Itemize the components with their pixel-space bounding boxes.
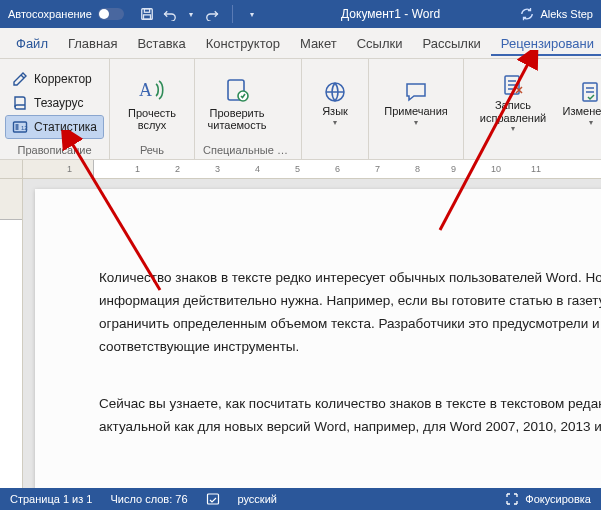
svg-text:123: 123 [21, 125, 28, 131]
group-accessibility: Проверить читаемость Специальные во… [195, 59, 302, 159]
changes-icon [578, 79, 601, 105]
language-button[interactable]: Язык ▾ [308, 79, 362, 126]
word-count-icon: 123 [12, 119, 28, 135]
language-icon [322, 79, 348, 105]
group-language: Язык ▾ [302, 59, 369, 159]
spellcheck-icon[interactable] [206, 492, 220, 506]
ribbon-tabs: Файл Главная Вставка Конструктор Макет С… [0, 28, 601, 59]
comments-label: Примечания [384, 105, 448, 117]
body-text: Количество знаков в тексте редко интерес… [99, 267, 601, 290]
toggle-off-icon [98, 8, 124, 20]
word-count-button[interactable]: 123 Статистика [6, 116, 103, 138]
chevron-down-icon: ▾ [414, 118, 418, 127]
group-tracking: Запись исправлений ▾ Изменения ▾ [464, 59, 601, 159]
undo-icon[interactable] [160, 5, 178, 23]
group-accessibility-label: Специальные во… [201, 145, 295, 159]
group-speech-label: Речь [116, 145, 188, 159]
comments-button[interactable]: Примечания ▾ [375, 79, 457, 126]
tab-home[interactable]: Главная [58, 30, 127, 56]
body-text: соответствующие инструменты. [99, 336, 601, 359]
focus-label: Фокусировка [525, 493, 591, 505]
group-proofing-label: Правописание [6, 145, 103, 159]
thesaurus-button[interactable]: Тезаурус [6, 92, 103, 114]
save-icon[interactable] [138, 5, 156, 23]
track-changes-icon [500, 73, 526, 99]
autosave-toggle[interactable]: Автосохранение [8, 8, 124, 20]
redo-icon[interactable] [204, 5, 222, 23]
group-speech: A Прочесть вслух Речь [110, 59, 195, 159]
read-aloud-button[interactable]: A Прочесть вслух [116, 75, 188, 131]
status-page[interactable]: Страница 1 из 1 [10, 493, 92, 505]
corrector-label: Корректор [34, 72, 92, 86]
check-accessibility-label: Проверить читаемость [208, 107, 267, 131]
focus-icon [505, 492, 519, 506]
tab-insert[interactable]: Вставка [127, 30, 195, 56]
document-title: Документ1 - Word [261, 7, 521, 21]
tab-references[interactable]: Ссылки [347, 30, 413, 56]
group-comments: Примечания ▾ [369, 59, 464, 159]
titlebar: Автосохранение ▾ ▾ Документ1 - Word Alek… [0, 0, 601, 28]
corrector-button[interactable]: Корректор [6, 68, 103, 90]
body-text: информация действительно нужна. Например… [99, 290, 601, 313]
accessibility-icon [222, 75, 252, 105]
changes-button[interactable]: Изменения ▾ [556, 79, 601, 126]
vertical-ruler[interactable] [0, 179, 23, 510]
track-changes-label: Запись исправлений [480, 99, 546, 123]
check-accessibility-button[interactable]: Проверить читаемость [201, 75, 273, 131]
tab-design[interactable]: Конструктор [196, 30, 290, 56]
changes-label: Изменения [563, 105, 601, 117]
status-language[interactable]: русский [238, 493, 277, 505]
horizontal-ruler[interactable]: 1 1 2 3 4 5 6 7 8 9 10 11 [0, 160, 601, 179]
user-name[interactable]: Aleks Step [540, 8, 593, 20]
svg-text:A: A [139, 80, 152, 100]
track-changes-button[interactable]: Запись исправлений ▾ [470, 73, 556, 132]
body-text: ограничить определенным объемом текста. … [99, 313, 601, 336]
comments-icon [403, 79, 429, 105]
body-text: Сейчас вы узнаете, как посчитать количес… [99, 393, 601, 416]
undo-dropdown-icon[interactable]: ▾ [182, 5, 200, 23]
tab-review[interactable]: Рецензировани [491, 30, 601, 56]
word-count-label: Статистика [34, 120, 97, 134]
corrector-icon [12, 71, 28, 87]
group-proofing: Корректор Тезаурус 123 Статистика Правоп… [0, 59, 110, 159]
page: Количество знаков в тексте редко интерес… [35, 189, 601, 510]
focus-mode-button[interactable]: Фокусировка [505, 492, 591, 506]
svg-rect-11 [207, 494, 218, 504]
word-window: Автосохранение ▾ ▾ Документ1 - Word Alek… [0, 0, 601, 510]
ruler-corner [0, 160, 23, 179]
sync-icon[interactable] [520, 7, 534, 21]
tab-file[interactable]: Файл [6, 30, 58, 56]
ribbon: Корректор Тезаурус 123 Статистика Правоп… [0, 59, 601, 160]
thesaurus-label: Тезаурус [34, 96, 83, 110]
language-label: Язык [322, 105, 348, 117]
quick-access-toolbar: ▾ ▾ [138, 5, 261, 23]
status-bar: Страница 1 из 1 Число слов: 76 русский Ф… [0, 488, 601, 510]
chevron-down-icon: ▾ [511, 124, 515, 133]
status-words[interactable]: Число слов: 76 [110, 493, 187, 505]
chevron-down-icon: ▾ [333, 118, 337, 127]
read-aloud-icon: A [137, 75, 167, 105]
qat-separator [232, 5, 233, 23]
qat-customize-icon[interactable]: ▾ [243, 5, 261, 23]
chevron-down-icon: ▾ [589, 118, 593, 127]
tab-layout[interactable]: Макет [290, 30, 347, 56]
svg-rect-1 [144, 9, 149, 13]
svg-rect-2 [143, 15, 150, 19]
thesaurus-icon [12, 95, 28, 111]
document-canvas[interactable]: Количество знаков в тексте редко интерес… [23, 179, 601, 510]
read-aloud-label: Прочесть вслух [128, 107, 176, 131]
workspace: Количество знаков в тексте редко интерес… [0, 179, 601, 510]
body-text: актуальной как для новых версий Word, на… [99, 416, 601, 439]
tab-mailings[interactable]: Рассылки [412, 30, 490, 56]
autosave-label: Автосохранение [8, 8, 92, 20]
